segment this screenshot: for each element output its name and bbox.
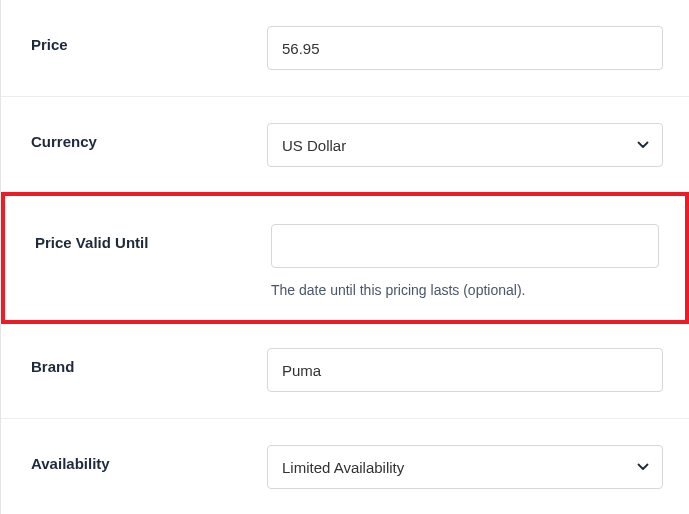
price-valid-until-input[interactable] bbox=[271, 224, 659, 268]
availability-select-wrap: Limited Availability bbox=[267, 445, 663, 489]
row-currency: Currency US Dollar bbox=[1, 97, 689, 194]
price-label: Price bbox=[31, 26, 267, 53]
row-price-valid-until: Price Valid Until The date until this pr… bbox=[1, 192, 689, 324]
row-availability: Availability Limited Availability bbox=[1, 419, 689, 514]
brand-input[interactable] bbox=[267, 348, 663, 392]
brand-control bbox=[267, 348, 663, 392]
price-valid-until-help: The date until this pricing lasts (optio… bbox=[271, 282, 659, 298]
availability-label: Availability bbox=[31, 445, 267, 472]
form-wrapper: Price Currency US Dollar Price Valid Unt… bbox=[0, 0, 689, 514]
row-price: Price bbox=[1, 0, 689, 97]
brand-label: Brand bbox=[31, 348, 267, 375]
price-valid-until-label: Price Valid Until bbox=[35, 224, 271, 251]
price-input[interactable] bbox=[267, 26, 663, 70]
currency-select-wrap: US Dollar bbox=[267, 123, 663, 167]
availability-control: Limited Availability bbox=[267, 445, 663, 489]
currency-select[interactable]: US Dollar bbox=[267, 123, 663, 167]
row-brand: Brand bbox=[1, 322, 689, 419]
currency-label: Currency bbox=[31, 123, 267, 150]
price-control bbox=[267, 26, 663, 70]
currency-control: US Dollar bbox=[267, 123, 663, 167]
availability-select[interactable]: Limited Availability bbox=[267, 445, 663, 489]
price-valid-until-control: The date until this pricing lasts (optio… bbox=[271, 224, 659, 298]
